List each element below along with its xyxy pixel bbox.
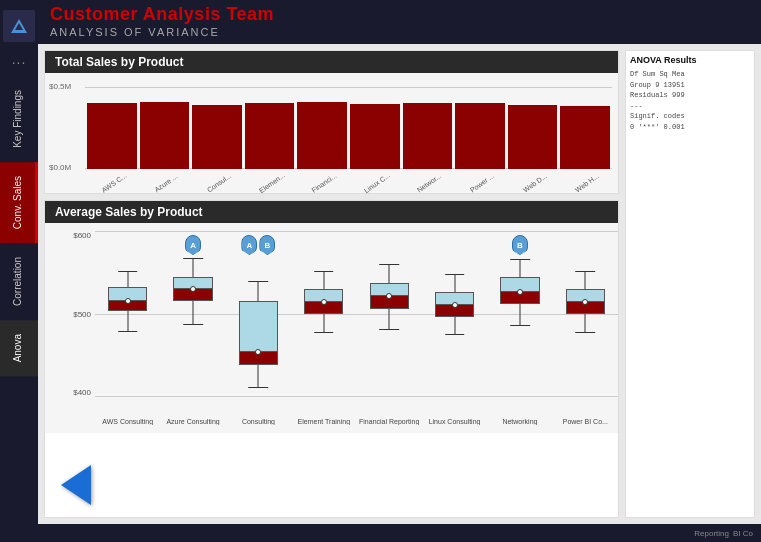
sidebar-item-correlation[interactable]: Correlation [0,243,38,320]
bar-item: Power ... [455,87,505,169]
bp-x-label: Networking [487,418,552,425]
main-content: Customer Analysis Team ANALYSIS OF VARIA… [38,0,761,542]
bar-chart-title: Total Sales by Product [45,51,618,73]
page-title: Customer Analysis Team [50,4,749,25]
content-area: Total Sales by Product $0.5M $0.0M AWS C… [38,44,761,524]
bar-label: Networ... [416,172,443,194]
boxplot-area: $600 $500 $400 AWS ConsultingAAzure Cons… [45,223,618,433]
bp-y-label-500: $500 [47,310,91,319]
bp-x-label: Consulting [226,418,291,425]
bar-item: Web H... [560,87,610,169]
bp-item: Linux Consulting [422,231,487,397]
bar-label: Web H... [574,172,600,193]
bp-item: Element Training [291,231,356,397]
bar-item: Financi... [297,87,347,169]
page-subtitle: ANALYSIS OF VARIANCE [50,26,749,38]
bar-label: Consul... [206,172,233,194]
bp-badge: A [185,235,201,255]
bp-x-label: Power BI Co... [553,418,618,425]
bar-label: Power ... [469,172,496,194]
bar-item: Linux C... [350,87,400,169]
bp-x-label: Element Training [291,418,356,425]
blue-arrow-icon [61,465,91,505]
header: Customer Analysis Team ANALYSIS OF VARIA… [38,0,761,44]
bar-item: AWS C... [87,87,137,169]
sidebar-item-anova[interactable]: Anova [0,320,38,376]
bar-item: Elemen... [245,87,295,169]
dots-menu[interactable]: ··· [12,48,27,76]
sidebar: ··· Key Findings Conv. Sales Correlation… [0,0,38,542]
bp-badge: B [512,235,528,255]
bp-item: AAzure Consulting [160,231,225,397]
bar-label: Linux C... [363,172,391,195]
bp-y-label-600: $600 [47,231,91,240]
bp-x-label: Financial Reporting [357,418,422,425]
bp-badge: B [259,235,275,255]
bp-x-label: Azure Consulting [160,418,225,425]
anova-panel: ANOVA Results Df Sum Sq Mea Group 9 1395… [625,50,755,518]
bar-item: Web D... [508,87,558,169]
boxplot-panel: Average Sales by Product $600 $500 $400 [44,200,619,518]
arrow-indicator [61,465,91,505]
bp-item: Financial Reporting [357,231,422,397]
bp-item: ABConsulting [226,231,291,397]
bar-item: Consul... [192,87,242,169]
anova-text: Df Sum Sq Mea Group 9 13951 Residuals 99… [630,69,750,132]
bar-label: Azure ... [154,173,179,194]
logo [1,8,37,44]
bar-label: Elemen... [257,172,285,195]
logo-image [3,10,35,42]
bar-item: Azure ... [140,87,190,169]
bp-x-label: Linux Consulting [422,418,487,425]
bp-item: BNetworking [487,231,552,397]
bp-y-label-400: $400 [47,388,91,397]
charts-column: Total Sales by Product $0.5M $0.0M AWS C… [44,50,619,518]
anova-title: ANOVA Results [630,55,750,65]
bp-item: AWS Consulting [95,231,160,397]
boxplot-title: Average Sales by Product [45,201,618,223]
sidebar-item-key-findings[interactable]: Key Findings [0,76,38,162]
bi-label: BI Co [733,529,753,538]
bar-y-label-bottom: $0.0M [49,163,71,172]
bar-item: Networ... [403,87,453,169]
reporting-label: Reporting [694,529,729,538]
bar-label: AWS C... [100,172,127,194]
logo-triangle-icon [11,19,27,33]
bp-x-label: AWS Consulting [95,418,160,425]
bp-badge: A [241,235,257,255]
bar-chart-bars: AWS C...Azure ...Consul...Elemen...Finan… [85,87,612,169]
bar-y-label-top: $0.5M [49,82,71,91]
bar-label: Web D... [521,172,547,193]
bar-label: Financi... [311,172,338,194]
bp-item: Power BI Co... [553,231,618,397]
bottom-bar: Reporting BI Co [38,524,761,542]
bar-chart-panel: Total Sales by Product $0.5M $0.0M AWS C… [44,50,619,194]
sidebar-item-conv-sales[interactable]: Conv. Sales [0,162,38,243]
bar-chart-area: $0.5M $0.0M AWS C...Azure ...Consul...El… [45,73,618,193]
